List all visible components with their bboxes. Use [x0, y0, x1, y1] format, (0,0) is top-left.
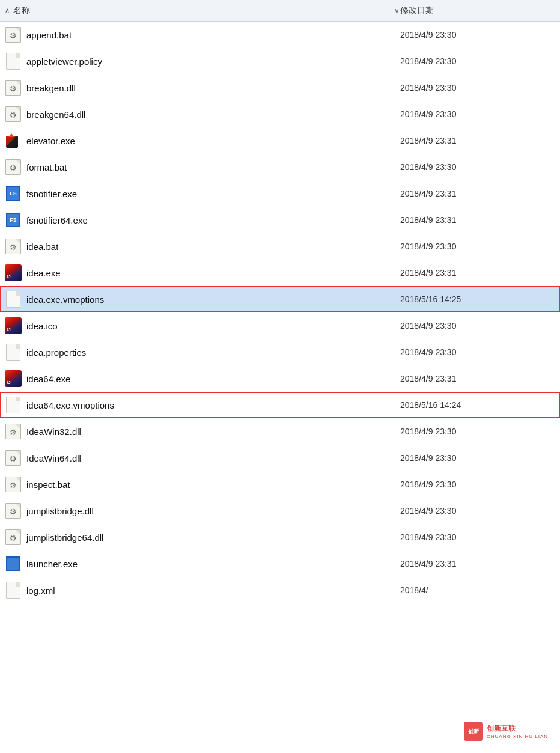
file-name-label: breakgen.dll — [26, 83, 76, 93]
file-row[interactable]: idea.exe.vmoptions 2018/5/16 14:25 — [0, 286, 560, 312]
file-name-label: launcher.exe — [26, 559, 78, 569]
file-icon-idea-exe: IJ — [5, 264, 22, 281]
file-row[interactable]: appletviewer.policy 2018/4/9 23:30 — [0, 48, 560, 75]
file-row[interactable]: ⚙ append.bat 2018/4/9 23:30 — [0, 22, 560, 48]
file-icon-dll: ⚙ — [5, 423, 22, 440]
file-name-label: fsnotifier.exe — [26, 189, 77, 199]
file-name-cell: appletviewer.policy — [5, 53, 394, 70]
file-icon-blank — [5, 344, 22, 361]
file-name-label: jumplistbridge64.dll — [26, 532, 103, 543]
file-row[interactable]: ⚙ IdeaWin64.dll 2018/4/9 23:30 — [0, 445, 560, 471]
file-date-label: 2018/4/9 23:30 — [394, 56, 555, 66]
file-row[interactable]: ⚙ idea.bat 2018/4/9 23:30 — [0, 233, 560, 260]
file-name-cell: ⚙ idea.bat — [5, 238, 394, 255]
file-name-cell: ⚙ IdeaWin32.dll — [5, 423, 394, 440]
file-icon-blank — [5, 53, 22, 70]
file-row[interactable]: launcher.exe 2018/4/9 23:31 — [0, 550, 560, 577]
file-name-label: jumplistbridge.dll — [26, 506, 94, 516]
file-date-label: 2018/4/9 23:31 — [394, 136, 555, 145]
file-name-label: fsnotifier64.exe — [26, 215, 88, 225]
file-icon-launcher — [5, 555, 22, 572]
watermark-logo: 创新 — [464, 722, 483, 741]
file-icon-bat: ⚙ — [5, 238, 22, 255]
file-icon-fsnotifier: FS — [5, 212, 22, 228]
file-name-cell: idea.properties — [5, 344, 394, 361]
header-sort-col[interactable]: ∨ — [388, 0, 406, 21]
file-name-label: elevator.exe — [26, 136, 75, 146]
file-name-label: IdeaWin64.dll — [26, 453, 81, 463]
file-name-cell: ⚙ append.bat — [5, 26, 394, 43]
file-row[interactable]: ⚙ IdeaWin32.dll 2018/4/9 23:30 — [0, 418, 560, 445]
file-date-label: 2018/4/9 23:31 — [394, 215, 555, 225]
file-name-cell: log.xml — [5, 582, 394, 599]
file-name-cell: ⚙ breakgen.dll — [5, 79, 394, 96]
file-icon-elevator — [5, 132, 22, 149]
file-row[interactable]: IJ idea64.exe 2018/4/9 23:31 — [0, 365, 560, 392]
file-date-label: 2018/4/9 23:30 — [394, 162, 555, 172]
watermark-en-text: CHUANG XIN HU LIAN — [487, 734, 548, 739]
file-name-cell: ⚙ breakgen64.dll — [5, 106, 394, 123]
file-date-label: 2018/4/9 23:30 — [394, 242, 555, 251]
sort-chevron: ∨ — [394, 7, 400, 15]
file-row[interactable]: elevator.exe 2018/4/9 23:31 — [0, 127, 560, 154]
file-name-cell: idea.exe.vmoptions — [5, 291, 394, 308]
file-name-label: append.bat — [26, 30, 72, 40]
file-row[interactable]: ⚙ jumplistbridge.dll 2018/4/9 23:30 — [0, 498, 560, 524]
file-list-header: ∧ 名称 ∨ 修改日期 — [0, 0, 560, 22]
file-name-label: inspect.bat — [26, 480, 70, 490]
sort-arrow-up: ∧ — [5, 7, 10, 14]
file-name-label: appletviewer.policy — [26, 56, 102, 67]
header-date-col: 修改日期 — [394, 5, 555, 16]
file-name-label: IdeaWin32.dll — [26, 427, 81, 437]
watermark-cn-text: 创新互联 — [487, 724, 548, 734]
file-row[interactable]: ⚙ jumplistbridge64.dll 2018/4/9 23:30 — [0, 524, 560, 550]
file-row[interactable]: log.xml 2018/4/ — [0, 577, 560, 603]
file-date-label: 2018/5/16 14:25 — [394, 294, 555, 304]
file-date-label: 2018/4/9 23:30 — [394, 347, 555, 357]
file-icon-blank — [5, 397, 22, 413]
file-icon-dll: ⚙ — [5, 79, 22, 96]
file-name-cell: IJ idea64.exe — [5, 370, 394, 387]
file-row[interactable]: ⚙ inspect.bat 2018/4/9 23:30 — [0, 471, 560, 498]
file-name-cell: ⚙ inspect.bat — [5, 476, 394, 493]
file-name-label: idea64.exe.vmoptions — [26, 400, 114, 410]
file-row[interactable]: idea.properties 2018/4/9 23:30 — [0, 339, 560, 365]
file-icon-dll: ⚙ — [5, 502, 22, 519]
file-date-label: 2018/4/9 23:31 — [394, 374, 555, 383]
file-row[interactable]: idea64.exe.vmoptions 2018/5/16 14:24 — [0, 392, 560, 418]
file-name-cell: ⚙ format.bat — [5, 159, 394, 175]
file-name-label: idea.properties — [26, 347, 86, 358]
file-row[interactable]: ⚙ breakgen.dll 2018/4/9 23:30 — [0, 75, 560, 101]
header-name-label: 名称 — [13, 5, 30, 16]
file-date-label: 2018/4/9 23:30 — [394, 30, 555, 40]
file-name-cell: FS fsnotifier64.exe — [5, 212, 394, 228]
file-name-label: idea.bat — [26, 242, 58, 252]
file-date-label: 2018/4/9 23:30 — [394, 480, 555, 489]
watermark: 创新 创新互联 CHUANG XIN HU LIAN — [464, 722, 548, 741]
file-name-cell: IJ idea.exe — [5, 264, 394, 281]
header-name-col[interactable]: ∧ 名称 — [5, 5, 394, 16]
file-name-cell: idea64.exe.vmoptions — [5, 397, 394, 413]
file-name-cell: ⚙ IdeaWin64.dll — [5, 450, 394, 466]
file-row[interactable]: IJ idea.exe 2018/4/9 23:31 — [0, 260, 560, 286]
file-name-cell: launcher.exe — [5, 555, 394, 572]
file-row[interactable]: IJ idea.ico 2018/4/9 23:30 — [0, 312, 560, 339]
file-date-label: 2018/4/9 23:30 — [394, 109, 555, 119]
file-date-label: 2018/4/9 23:31 — [394, 559, 555, 569]
watermark-logo-text: 创新 — [468, 728, 479, 736]
file-icon-dll: ⚙ — [5, 450, 22, 466]
file-icon-dll: ⚙ — [5, 529, 22, 546]
file-icon-fsnotifier: FS — [5, 185, 22, 202]
file-row[interactable]: FS fsnotifier.exe 2018/4/9 23:31 — [0, 180, 560, 207]
file-icon-blank — [5, 582, 22, 599]
file-row[interactable]: FS fsnotifier64.exe 2018/4/9 23:31 — [0, 207, 560, 233]
file-row[interactable]: ⚙ breakgen64.dll 2018/4/9 23:30 — [0, 101, 560, 127]
file-date-label: 2018/5/16 14:24 — [394, 400, 555, 410]
file-name-label: idea.ico — [26, 321, 58, 331]
file-date-label: 2018/4/9 23:30 — [394, 453, 555, 463]
file-row[interactable]: ⚙ format.bat 2018/4/9 23:30 — [0, 154, 560, 180]
file-name-cell: ⚙ jumplistbridge64.dll — [5, 529, 394, 546]
file-name-label: idea64.exe — [26, 374, 70, 384]
file-date-label: 2018/4/9 23:30 — [394, 506, 555, 516]
file-name-label: format.bat — [26, 162, 67, 172]
